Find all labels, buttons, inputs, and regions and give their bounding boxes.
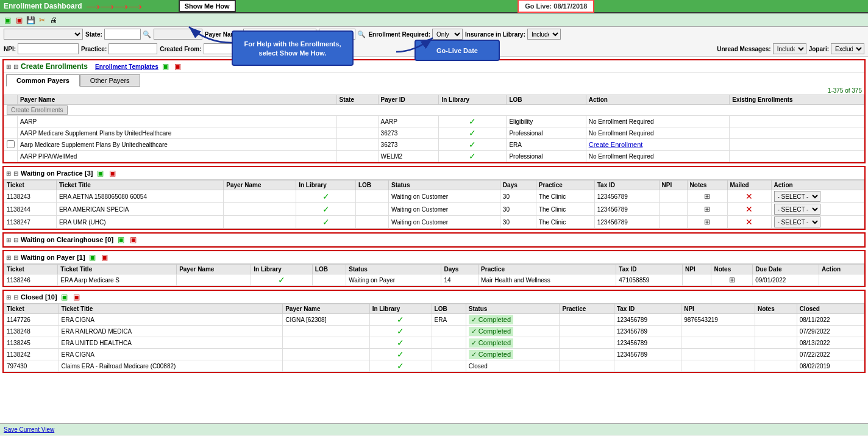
checkbox-cell[interactable] — [4, 139, 18, 151]
mailed-cell[interactable]: ✕ — [727, 203, 771, 216]
closed-icon2[interactable]: ▣ — [72, 292, 82, 302]
wc-icon2[interactable]: ▣ — [128, 235, 138, 245]
taxid-cell — [614, 360, 681, 372]
expand-create-icon[interactable]: ⊞ — [6, 63, 11, 70]
template-icon2[interactable]: ▣ — [173, 62, 183, 71]
bottom-bar: Save Current View — [0, 423, 868, 435]
closed-cell: 08/02/2019 — [797, 360, 864, 372]
col-status: Status — [388, 180, 500, 190]
lob-cell — [355, 203, 388, 216]
payer-cell — [283, 360, 369, 372]
col-notes: Notes — [755, 304, 797, 314]
npi-label: NPI: — [4, 46, 16, 52]
mailed-cell[interactable]: ✕ — [727, 216, 771, 229]
insurance-select[interactable]: Include — [527, 29, 561, 40]
notes-cell[interactable]: ⊞ — [687, 203, 727, 216]
action-cell-link[interactable]: Create Enrollment — [586, 139, 729, 151]
wpay-icon1[interactable]: ▣ — [88, 252, 98, 262]
table-row: 1138245 ERA UNITED HEALTHCA ✓ ✓ Complete… — [4, 337, 864, 349]
arrow-to-button — [177, 18, 238, 49]
collapse-wp-icon[interactable]: ⊟ — [13, 170, 18, 177]
create-enrollments-title: Create Enrollments — [21, 62, 88, 71]
template-icon1[interactable]: ▣ — [161, 62, 171, 71]
save-current-view-link[interactable]: Save Current View — [4, 426, 54, 433]
payer-cell — [224, 216, 296, 229]
jopari-select[interactable]: Exclude — [831, 43, 864, 54]
col-payer: Payer Name — [283, 304, 369, 314]
collapse-wc-icon[interactable]: ⊟ — [13, 237, 18, 243]
excel2-icon[interactable]: ▣ — [14, 15, 24, 25]
closed-icon1[interactable]: ▣ — [60, 292, 69, 302]
toolbar: ▣ ▣ 💾 ✂ 🖨 — [0, 13, 868, 27]
collapse-create-icon[interactable]: ⊟ — [13, 63, 18, 70]
lob-cell — [432, 349, 466, 360]
waiting-clearinghouse-header: ⊞ ⊟ Waiting on Clearinghouse [0] ▣ ▣ — [4, 234, 864, 246]
action-cell[interactable]: - SELECT - — [771, 216, 864, 229]
print-icon[interactable]: 🖨 — [49, 15, 59, 25]
excel-icon[interactable]: ▣ — [2, 15, 12, 25]
row-checkbox[interactable] — [7, 140, 15, 148]
collapse-closed-icon[interactable]: ⊟ — [13, 294, 18, 301]
closed-cell: 07/29/2022 — [797, 326, 864, 337]
npi-input[interactable] — [18, 43, 79, 54]
enrollment-templates-link[interactable]: Enrollment Templates — [95, 63, 158, 70]
collapse-wpay-icon[interactable]: ⊟ — [13, 254, 18, 261]
npi-cell — [681, 360, 755, 372]
notes-cell[interactable]: ⊞ — [711, 274, 753, 286]
title-cell: ERA AETNA 1588065080 60054 — [56, 190, 223, 203]
days-cell: 14 — [441, 274, 478, 286]
title-cell: ERA CIGNA — [59, 314, 283, 326]
search-state-icon[interactable]: 🔍 — [143, 30, 151, 38]
closed-table: Ticket Ticket Title Payer Name In Librar… — [4, 304, 864, 372]
show-me-how-button[interactable]: Show Me How — [179, 0, 236, 12]
payer-name-cell: AARP PIPA/WellMed — [18, 151, 337, 162]
wp-icon1[interactable]: ▣ — [95, 168, 105, 178]
action-cell: No Enrollment Required — [586, 127, 729, 139]
closed-cell: 08/11/2022 — [797, 314, 864, 326]
expand-wp-icon[interactable]: ⊞ — [6, 170, 11, 177]
ticket-cell: 1138242 — [4, 349, 59, 360]
ticket-cell: 1138248 — [4, 326, 59, 337]
expand-closed-icon[interactable]: ⊞ — [6, 294, 11, 301]
tab-other-payers[interactable]: Other Payers — [80, 74, 140, 87]
practice-cell: Mair Health and Wellness — [478, 274, 616, 286]
col-checkbox — [4, 95, 18, 105]
library-cell: ✓ — [296, 203, 356, 216]
notes-cell[interactable]: ⊞ — [687, 216, 727, 229]
col-taxid: Tax ID — [594, 180, 659, 190]
practice-input[interactable] — [108, 43, 157, 54]
title-cell: ERA UMR (UHC) — [56, 216, 223, 229]
ticket-cell: 1138247 — [4, 216, 57, 229]
notes-cell[interactable]: ⊞ — [687, 190, 727, 203]
wpay-icon2[interactable]: ▣ — [100, 252, 110, 262]
filter-dropdown-main[interactable] — [4, 29, 83, 40]
expand-wpay-icon[interactable]: ⊞ — [6, 254, 11, 261]
header-bar: Enrollment Dashboard ⟶⟶⟶⟶ Show Me How Go… — [0, 0, 868, 13]
action-cell — [819, 274, 864, 286]
expand-wc-icon[interactable]: ⊞ — [6, 237, 11, 243]
cut-icon[interactable]: ✂ — [37, 15, 47, 25]
state-input[interactable] — [104, 29, 141, 40]
wp-icon2[interactable]: ▣ — [107, 168, 117, 178]
unread-select[interactable]: Include — [773, 43, 806, 54]
lob-cell: ERA — [432, 314, 466, 326]
existing-cell — [730, 139, 864, 151]
create-enrollments-button[interactable]: Create Enrollments — [7, 105, 68, 115]
closed-cell: 08/13/2022 — [797, 337, 864, 349]
lob-cell: Eligibility — [507, 116, 586, 127]
mailed-cell[interactable]: ✕ — [727, 190, 771, 203]
arrow-to-golive — [390, 30, 451, 55]
waiting-practice-table: Ticket Ticket Title Payer Name In Librar… — [4, 180, 864, 229]
action-cell[interactable]: - SELECT - — [771, 190, 864, 203]
page-title: Enrollment Dashboard — [4, 2, 82, 10]
tab-common-payers[interactable]: Common Payers — [6, 74, 80, 87]
search-lob-icon[interactable]: 🔍 — [357, 30, 366, 38]
payer-id-cell: 36273 — [378, 127, 439, 139]
action-cell: No Enrollment Required — [586, 116, 729, 127]
payer-name-cell: AARP Medicare Supplement Plans by United… — [18, 127, 337, 139]
action-cell[interactable]: - SELECT - — [771, 203, 864, 216]
wc-icon1[interactable]: ▣ — [116, 235, 126, 245]
col-taxid: Tax ID — [616, 265, 683, 274]
save-icon[interactable]: 💾 — [26, 15, 35, 25]
col-title: Ticket Title — [58, 265, 177, 274]
